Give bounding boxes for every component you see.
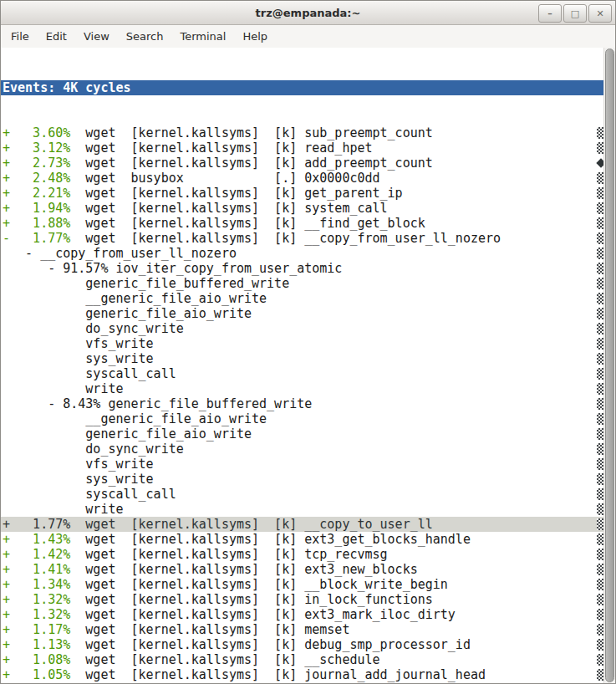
terminal-scrollbar[interactable] — [603, 48, 615, 683]
row-text: wget [kernel.kallsyms] [k] __schedule — [70, 652, 379, 667]
perf-row[interactable]: + 1.42% wget [kernel.kallsyms] [k] tcp_r… — [1, 547, 603, 562]
terminal-window: trz@empanada:~ – □ ✕ FileEditViewSearchT… — [0, 0, 616, 684]
scrollbar-dither-icon — [597, 353, 603, 365]
scrollbar-dither-icon — [597, 488, 603, 500]
perf-row[interactable]: + 1.94% wget [kernel.kallsyms] [k] syste… — [1, 201, 603, 216]
scrollbar-dither-icon — [597, 564, 603, 575]
scrollbar-dither-icon — [597, 217, 603, 229]
row-percent: + 1.05% — [3, 667, 70, 682]
close-button[interactable]: ✕ — [588, 4, 612, 23]
scrollbar-dither-icon — [597, 202, 603, 214]
scrollbar-dither-icon — [597, 172, 603, 184]
scroll-position-diamond-icon — [597, 156, 603, 171]
perf-row[interactable]: + 1.88% wget [kernel.kallsyms] [k] __fin… — [1, 216, 603, 231]
row-text: wget [kernel.kallsyms] [k] in_lock_funct… — [70, 592, 432, 607]
perf-row-selected[interactable]: + 1.77% wget [kernel.kallsyms] [k] __cop… — [1, 517, 603, 532]
close-icon: ✕ — [596, 9, 603, 18]
row-text: do_sync_write — [3, 321, 184, 336]
row-text: wget busybox [.] 0x0000c0dd — [70, 171, 379, 186]
perf-row[interactable]: + 1.43% wget [kernel.kallsyms] [k] ext3_… — [1, 532, 603, 547]
row-text: + 1.77% wget [kernel.kallsyms] [k] __cop… — [3, 517, 433, 532]
perf-row[interactable]: - __copy_from_user_ll_nozero — [1, 246, 603, 261]
maximize-icon: □ — [571, 9, 579, 18]
perf-row[interactable]: vfs_write — [1, 336, 603, 351]
perf-row[interactable]: + 1.32% wget [kernel.kallsyms] [k] ext3_… — [1, 607, 603, 622]
perf-row[interactable]: + 3.12% wget [kernel.kallsyms] [k] read_… — [1, 140, 603, 156]
perf-row[interactable]: write — [1, 502, 603, 517]
perf-row[interactable]: __generic_file_aio_write — [1, 411, 603, 426]
perf-row[interactable]: + 1.17% wget [kernel.kallsyms] [k] memse… — [1, 622, 603, 637]
maximize-button[interactable]: □ — [563, 4, 587, 23]
scrollbar-thumb[interactable] — [605, 48, 614, 682]
row-percent: + 1.41% — [3, 562, 70, 577]
minimize-icon: – — [547, 9, 552, 18]
perf-row[interactable]: __generic_file_aio_write — [1, 291, 603, 306]
row-text: write — [3, 502, 124, 517]
minimize-button[interactable]: – — [538, 4, 562, 23]
perf-row[interactable]: sys_write — [1, 351, 603, 366]
row-text: __generic_file_aio_write — [3, 411, 267, 426]
menu-item-file[interactable]: File — [9, 28, 31, 44]
perf-row[interactable]: do_sync_write — [1, 321, 603, 336]
row-percent: + 2.48% — [3, 171, 70, 186]
scrollbar-dither-icon — [597, 398, 603, 410]
row-text: wget [kernel.kallsyms] [k] __find_get_bl… — [70, 216, 425, 231]
row-text: wget [kernel.kallsyms] [k] ext3_mark_ilo… — [70, 607, 456, 622]
perf-row[interactable]: write — [1, 381, 603, 396]
perf-row[interactable]: + 1.41% wget [kernel.kallsyms] [k] ext3_… — [1, 562, 603, 577]
perf-row[interactable]: + 2.73% wget [kernel.kallsyms] [k] add_p… — [1, 156, 603, 171]
perf-row[interactable]: + 1.08% wget [kernel.kallsyms] [k] __sch… — [1, 652, 603, 667]
row-percent: + 1.13% — [3, 637, 70, 652]
window-title: trz@empanada:~ — [256, 7, 361, 19]
perf-row[interactable]: - 1.77% wget [kernel.kallsyms] [k] __cop… — [1, 231, 603, 246]
menubar: FileEditViewSearchTerminalHelp — [1, 25, 615, 48]
row-text: wget [kernel.kallsyms] [k] add_preempt_c… — [70, 156, 432, 171]
row-text: vfs_write — [3, 336, 154, 351]
scrollbar-dither-icon — [597, 338, 603, 350]
row-text: do_sync_write — [3, 442, 184, 457]
perf-row[interactable]: do_sync_write — [1, 442, 603, 457]
scrollbar-dither-icon — [597, 458, 603, 470]
row-percent: + 1.32% — [3, 592, 70, 607]
menu-item-view[interactable]: View — [82, 28, 111, 44]
events-header: Events: 4K cycles — [1, 80, 603, 95]
perf-row[interactable]: - 8.43% generic_file_buffered_write — [1, 396, 603, 411]
menu-item-search[interactable]: Search — [125, 28, 165, 44]
terminal-viewport: Events: 4K cycles + 3.60% wget [kernel.k… — [1, 48, 615, 683]
perf-row[interactable]: + 1.32% wget [kernel.kallsyms] [k] in_lo… — [1, 592, 603, 607]
perf-row[interactable]: generic_file_aio_write — [1, 426, 603, 442]
row-text: sys_write — [3, 472, 154, 487]
perf-row[interactable]: + 1.13% wget [kernel.kallsyms] [k] debug… — [1, 637, 603, 652]
scrollbar-dither-icon — [597, 443, 603, 455]
menu-item-terminal[interactable]: Terminal — [178, 28, 227, 44]
perf-row[interactable]: syscall_call — [1, 366, 603, 381]
row-text: __generic_file_aio_write — [3, 291, 267, 306]
menu-item-edit[interactable]: Edit — [44, 28, 69, 44]
row-text: vfs_write — [3, 457, 154, 472]
perf-row[interactable]: syscall_call — [1, 487, 603, 502]
scrollbar-dither-icon — [597, 383, 603, 395]
perf-row[interactable]: sys_write — [1, 472, 603, 487]
scrollbar-dither-icon — [597, 308, 603, 319]
perf-row[interactable]: + 2.48% wget busybox [.] 0x0000c0dd — [1, 171, 603, 186]
perf-row[interactable]: + 3.60% wget [kernel.kallsyms] [k] sub_p… — [1, 125, 603, 140]
perf-row[interactable]: generic_file_aio_write — [1, 306, 603, 321]
scrollbar-dither-icon — [597, 594, 603, 605]
perf-row[interactable]: vfs_write — [1, 457, 603, 472]
row-text: write — [3, 381, 124, 396]
scrollbar-dither-icon — [597, 654, 603, 666]
row-text: syscall_call — [3, 487, 176, 502]
perf-row[interactable]: - 91.57% iov_iter_copy_from_user_atomic — [1, 261, 603, 276]
perf-row[interactable]: + 1.05% wget [kernel.kallsyms] [k] journ… — [1, 667, 603, 682]
row-percent: + 1.88% — [3, 216, 70, 231]
perf-row[interactable]: generic_file_buffered_write — [1, 276, 603, 291]
scrollbar-dither-icon — [597, 518, 603, 530]
window-controls: – □ ✕ — [538, 4, 612, 23]
scrollbar-dither-icon — [597, 368, 603, 380]
window-titlebar[interactable]: trz@empanada:~ – □ ✕ — [1, 1, 615, 25]
row-text: - 91.57% iov_iter_copy_from_user_atomic — [3, 261, 342, 276]
menu-item-help[interactable]: Help — [241, 28, 269, 44]
perf-row[interactable]: + 1.34% wget [kernel.kallsyms] [k] __blo… — [1, 577, 603, 592]
scrollbar-dither-icon — [597, 624, 603, 636]
perf-row[interactable]: + 2.21% wget [kernel.kallsyms] [k] get_p… — [1, 186, 603, 201]
